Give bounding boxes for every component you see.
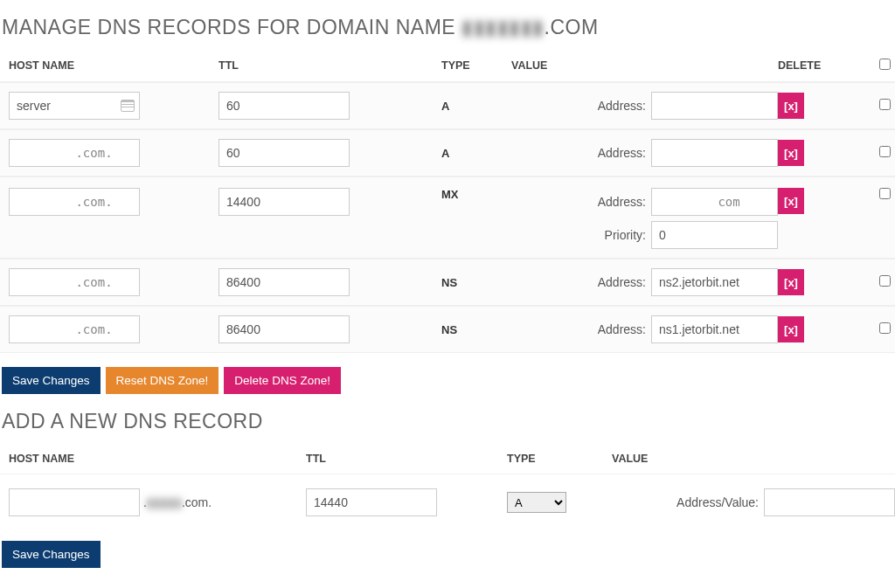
host-input[interactable]: [9, 315, 140, 343]
select-all-checkbox[interactable]: [879, 59, 891, 70]
col-ttl: TTL: [219, 59, 441, 72]
host-input[interactable]: [9, 92, 140, 120]
records-table-header: HOST NAME TTL TYPE VALUE DELETE: [0, 53, 895, 82]
address-input[interactable]: [651, 139, 778, 167]
table-row: AAddress:[x]: [0, 82, 895, 129]
ttl-input[interactable]: [219, 92, 350, 120]
add-host-suffix: .▮▮▮▮▮.com.: [143, 495, 212, 509]
type-label: MX: [441, 188, 511, 201]
ttl-input[interactable]: [219, 188, 350, 216]
ttl-input[interactable]: [219, 315, 350, 343]
add-save-changes-button[interactable]: Save Changes: [2, 541, 101, 568]
records-table-body: AAddress:[x]AAddress:[x]MXAddress:Priori…: [0, 82, 895, 353]
table-row: AAddress:[x]: [0, 129, 895, 176]
host-input[interactable]: [9, 188, 140, 216]
delete-record-button[interactable]: [x]: [778, 269, 804, 295]
address-input[interactable]: [651, 188, 778, 216]
row-select-checkbox[interactable]: [879, 275, 891, 287]
add-record-row: .▮▮▮▮▮.com. A Address/Value:: [0, 474, 895, 530]
page-title-suffix: .COM: [545, 16, 599, 38]
row-select-checkbox[interactable]: [879, 322, 891, 334]
add-type-select[interactable]: A: [507, 492, 566, 513]
col-host: HOST NAME: [9, 59, 219, 72]
add-address-input[interactable]: [764, 488, 895, 516]
page-title-domain-redacted: ▮▮▮▮▮▮▮: [461, 16, 545, 38]
ttl-input[interactable]: [219, 139, 350, 167]
priority-input[interactable]: [651, 221, 778, 249]
type-label: NS: [441, 276, 511, 289]
table-row: NSAddress:[x]: [0, 259, 895, 306]
add-record-heading: ADD A NEW DNS RECORD: [2, 410, 895, 433]
col-select-all: [865, 59, 895, 73]
address-label: Address:: [598, 99, 646, 113]
delete-record-button[interactable]: [x]: [778, 140, 804, 166]
table-row: NSAddress:[x]: [0, 306, 895, 353]
add-host-input[interactable]: [9, 488, 140, 516]
reset-dns-zone-button[interactable]: Reset DNS Zone!: [106, 367, 219, 394]
address-label: Address:: [598, 275, 646, 289]
add-col-type: TYPE: [507, 453, 612, 465]
host-input[interactable]: [9, 139, 140, 167]
delete-dns-zone-button[interactable]: Delete DNS Zone!: [224, 367, 341, 394]
col-delete: DELETE: [778, 59, 865, 72]
type-label: A: [441, 147, 511, 160]
add-col-ttl: TTL: [306, 453, 507, 465]
add-address-label: Address/Value:: [676, 495, 759, 509]
table-row: MXAddress:Priority:[x]: [0, 176, 895, 259]
action-bar: Save Changes Reset DNS Zone! Delete DNS …: [2, 367, 895, 394]
add-col-value: VALUE: [612, 453, 895, 465]
add-col-host: HOST NAME: [9, 453, 306, 465]
type-label: A: [441, 100, 511, 113]
row-select-checkbox[interactable]: [879, 146, 891, 157]
page-title-prefix: MANAGE DNS RECORDS FOR DOMAIN NAME: [2, 16, 461, 38]
address-label: Address:: [598, 146, 646, 160]
row-select-checkbox[interactable]: [879, 188, 891, 199]
type-label: NS: [441, 323, 511, 336]
page-title: MANAGE DNS RECORDS FOR DOMAIN NAME ▮▮▮▮▮…: [2, 16, 895, 39]
delete-record-button[interactable]: [x]: [778, 316, 804, 342]
address-input[interactable]: [651, 92, 778, 120]
col-value: VALUE: [511, 59, 778, 72]
priority-label: Priority:: [605, 228, 646, 242]
address-label: Address:: [598, 195, 646, 209]
address-input[interactable]: [651, 268, 778, 296]
address-label: Address:: [598, 322, 646, 336]
address-input[interactable]: [651, 315, 778, 343]
host-input[interactable]: [9, 268, 140, 296]
delete-record-button[interactable]: [x]: [778, 188, 804, 214]
col-type: TYPE: [441, 59, 511, 72]
add-record-header: HOST NAME TTL TYPE VALUE: [0, 447, 895, 474]
row-select-checkbox[interactable]: [879, 99, 891, 110]
add-ttl-input[interactable]: [306, 488, 437, 516]
delete-record-button[interactable]: [x]: [778, 93, 804, 119]
ttl-input[interactable]: [219, 268, 350, 296]
save-changes-button[interactable]: Save Changes: [2, 367, 101, 394]
